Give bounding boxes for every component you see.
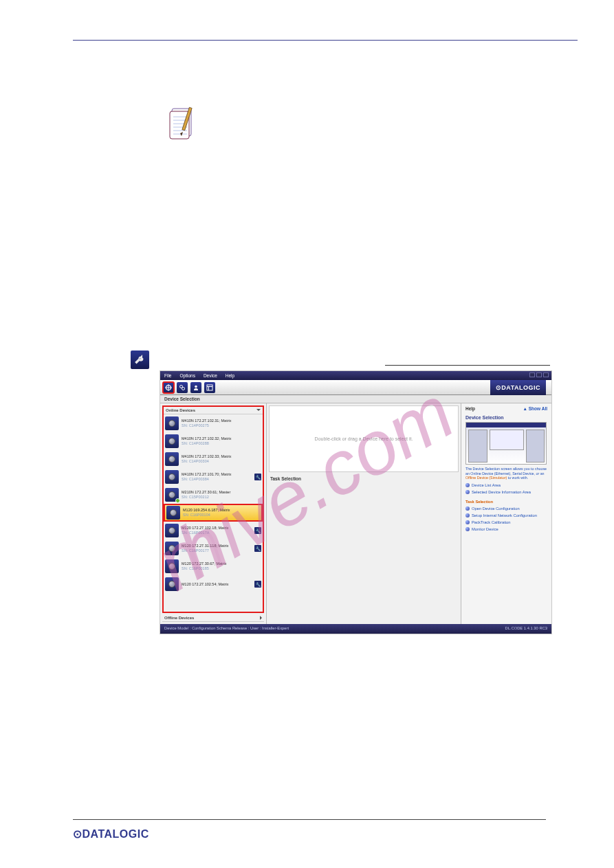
offline-devices-header[interactable]: Offline Devices: [162, 614, 264, 622]
help-link[interactable]: Selected Device Information Area: [465, 490, 547, 494]
brand-logo: ⊙DATALOGIC: [490, 380, 546, 395]
help-section-tasks: Task Selection: [465, 500, 547, 504]
device-label: M120 172.27.102.54; Matrix: [182, 582, 254, 587]
device-list-item[interactable]: M410N 172.27.102.31; MatrixSN: C14P00275: [164, 414, 263, 432]
help-link[interactable]: Open Device Configuration: [465, 507, 547, 511]
help-link[interactable]: Device List Area: [465, 483, 547, 487]
menu-options[interactable]: Options: [179, 373, 195, 378]
window-minimize-button[interactable]: [529, 372, 535, 377]
menu-help[interactable]: Help: [226, 373, 234, 378]
device-icon: [165, 577, 179, 591]
bullet-icon: [465, 507, 470, 511]
help-link[interactable]: Setup Internal Network Configuration: [465, 513, 547, 518]
toolbar-user-button[interactable]: [190, 382, 201, 393]
footer-logo: ⊙DATALOGIC: [73, 827, 149, 841]
online-devices-header[interactable]: Online Devices: [164, 407, 263, 414]
device-list-item[interactable]: M120 172.27.30.67; MatrixSN: C16P00185: [164, 557, 263, 575]
menu-file[interactable]: File: [164, 373, 171, 378]
device-icon: [165, 524, 179, 537]
help-link[interactable]: PackTrack Calibration: [465, 520, 547, 524]
bullet-icon: [465, 527, 470, 531]
svg-rect-16: [207, 385, 212, 390]
toolbar-connect-button[interactable]: [177, 382, 188, 393]
toolbar: ⊙DATALOGIC: [160, 380, 551, 395]
device-list-item[interactable]: M120 172.27.102.54; Matrix🔧: [164, 575, 263, 593]
status-bar: Device Model : Configuration Schema Rele…: [160, 624, 551, 634]
help-description: The Device Selection screen allows you t…: [465, 467, 547, 480]
device-label: M410N 172.27.102.33; MatrixSN: C14P00304: [182, 454, 261, 463]
app-window: File Options Device Help ⊙DATALOGIC Devi…: [160, 370, 552, 634]
center-panel: Double-click or drag a Device here to se…: [267, 403, 461, 624]
help-panel: Help ▲ Show All Device Selection The Dev…: [461, 403, 551, 624]
device-dropzone[interactable]: Double-click or drag a Device here to se…: [269, 405, 459, 472]
device-label: M120 169.254.6.187; MatrixSN: C16P00104: [183, 508, 260, 517]
device-icon: [165, 434, 179, 448]
device-label: M410N 172.27.101.70; MatrixSN: C14P00384: [182, 472, 254, 481]
note-icon: [168, 106, 198, 142]
task-selection-header: Task Selection: [269, 475, 459, 482]
device-icon: [166, 506, 180, 520]
online-badge-icon: [175, 498, 180, 503]
window-close-button[interactable]: [543, 372, 549, 377]
bullet-icon: [465, 520, 470, 524]
device-label: M410N 172.27.102.31; MatrixSN: C14P00275: [182, 419, 261, 427]
device-icon: [165, 559, 179, 573]
caption-underline: [385, 365, 550, 366]
device-list-panel: Online Devices M410N 172.27.102.31; Matr…: [160, 403, 267, 624]
page-footer-rule: [73, 819, 546, 820]
wrench-icon[interactable]: 🔧: [254, 527, 261, 534]
wrench-icon: [131, 350, 149, 369]
bullet-icon: [465, 513, 470, 518]
device-icon: [165, 542, 179, 555]
help-thumbnail: [465, 422, 547, 465]
wrench-icon[interactable]: 🔧: [254, 545, 261, 552]
bullet-icon: [465, 483, 470, 487]
help-title: Device Selection: [465, 415, 547, 420]
help-link[interactable]: Monitor Device: [465, 527, 547, 531]
device-icon: [165, 488, 179, 502]
svg-point-14: [182, 387, 185, 390]
menubar: File Options Device Help: [160, 371, 551, 380]
device-icon: [165, 470, 179, 484]
device-list-item[interactable]: M410N 172.27.102.32; MatrixSN: C14P00288: [164, 432, 263, 450]
wrench-icon[interactable]: 🔧: [254, 581, 261, 588]
main-area: Online Devices M410N 172.27.102.31; Matr…: [160, 403, 551, 624]
device-list-item[interactable]: M120 172.27.102.18; MatrixSN: C16P0017A🔧: [164, 522, 263, 539]
device-label: M120 172.27.30.67; MatrixSN: C16P00185: [182, 561, 261, 570]
device-label: M120 172.27.31.118; MatrixSN: C16P00177: [182, 544, 254, 553]
show-all-link[interactable]: ▲ Show All: [523, 406, 547, 411]
help-label: Help: [465, 406, 475, 411]
toolbar-layout-button[interactable]: [204, 382, 215, 393]
device-list-item[interactable]: M210N 172.27.30.61; MasterSN: C15P00212: [164, 486, 263, 504]
online-devices-list: Online Devices M410N 172.27.102.31; Matr…: [162, 405, 264, 613]
toolbar-target-button[interactable]: [163, 382, 174, 393]
menu-device[interactable]: Device: [204, 373, 217, 378]
device-label: M410N 172.27.102.32; MatrixSN: C14P00288: [182, 436, 261, 445]
status-left: Device Model : Configuration Schema Rele…: [164, 626, 289, 632]
help-header: Help ▲ Show All: [465, 406, 547, 411]
device-list-item[interactable]: M410N 172.27.102.33; MatrixSN: C14P00304: [164, 450, 263, 468]
wrench-icon[interactable]: 🔧: [254, 474, 261, 480]
device-label: M120 172.27.102.18; MatrixSN: C16P0017A: [182, 526, 254, 535]
window-maximize-button[interactable]: [536, 372, 542, 377]
device-list-item[interactable]: M120 172.27.31.118; MatrixSN: C16P00177🔧: [164, 539, 263, 557]
device-label: M210N 172.27.30.61; MasterSN: C15P00212: [182, 490, 261, 499]
svg-point-15: [195, 385, 197, 388]
device-list-item[interactable]: M410N 172.27.101.70; MatrixSN: C14P00384…: [164, 468, 263, 486]
device-icon: [165, 452, 179, 466]
page-header-rule: [73, 40, 578, 41]
panel-title: Device Selection: [160, 395, 551, 403]
status-right: DL.CODE 1.4.1.30 RC3: [505, 626, 547, 632]
device-list-item[interactable]: M120 169.254.6.187; MatrixSN: C16P00104: [164, 504, 263, 522]
device-icon: [165, 416, 179, 430]
bullet-icon: [465, 490, 470, 494]
